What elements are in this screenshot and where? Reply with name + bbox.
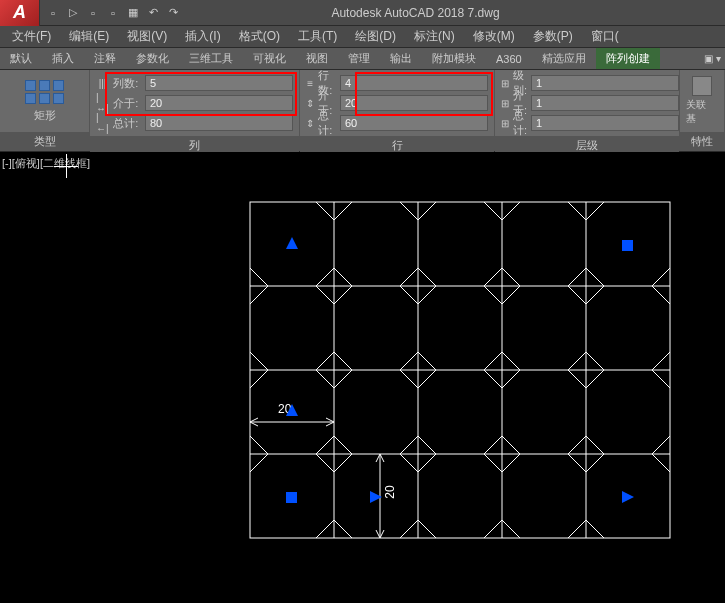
menu-file[interactable]: 文件(F): [4, 26, 59, 47]
levels-count-input[interactable]: [531, 75, 679, 91]
tab-visualize[interactable]: 可视化: [243, 48, 296, 69]
ribbon-tabs: 默认 插入 注释 参数化 三维工具 可视化 视图 管理 输出 附加模块 A360…: [0, 48, 725, 70]
columns-count-icon: |||: [96, 76, 109, 90]
associate-icon[interactable]: [692, 76, 712, 96]
menu-window[interactable]: 窗口(: [583, 26, 627, 47]
columns-between-input[interactable]: [145, 95, 293, 111]
columns-total-label: 总计:: [113, 116, 141, 131]
panel-columns: ||| 列数: |↔| 介于: |←| 总计: 列: [90, 70, 300, 151]
levels-total-label: 总计:: [513, 108, 527, 138]
app-title: Autodesk AutoCAD 2018 7.dwg: [186, 6, 725, 20]
menu-annotate[interactable]: 标注(N): [406, 26, 463, 47]
grip-corner-top-right[interactable]: [622, 240, 633, 251]
tab-a360[interactable]: A360: [486, 50, 532, 68]
drawing-canvas[interactable]: [-][俯视][二维线框]: [0, 152, 725, 602]
rows-total-label: 总计:: [318, 108, 336, 138]
columns-count-input[interactable]: [145, 75, 293, 91]
menu-draw[interactable]: 绘图(D): [347, 26, 404, 47]
panel-rows: ≡ 行数: ⇕ 介于: ⇕ 总计: 行: [300, 70, 495, 151]
menubar: 文件(F) 编辑(E) 视图(V) 插入(I) 格式(O) 工具(T) 绘图(D…: [0, 26, 725, 48]
rows-count-input[interactable]: [340, 75, 488, 91]
type-label: 矩形: [34, 108, 56, 123]
tab-insert[interactable]: 插入: [42, 48, 84, 69]
rows-total-icon: ⇕: [306, 116, 314, 130]
menu-modify[interactable]: 修改(M): [465, 26, 523, 47]
menu-edit[interactable]: 编辑(E): [61, 26, 117, 47]
levels-total-icon: ⊞: [501, 116, 509, 130]
titlebar: A ▫ ▷ ▫ ▫ ▦ ↶ ↷ Autodesk AutoCAD 2018 7.…: [0, 0, 725, 26]
tab-output[interactable]: 输出: [380, 48, 422, 69]
panel-type: 矩形 类型: [0, 70, 90, 151]
array-drawing: 20 20: [240, 192, 690, 566]
menu-params[interactable]: 参数(P): [525, 26, 581, 47]
tab-3dtools[interactable]: 三维工具: [179, 48, 243, 69]
columns-total-icon: |←|: [96, 116, 109, 130]
menu-format[interactable]: 格式(O): [231, 26, 288, 47]
redo-icon[interactable]: ↷: [164, 4, 182, 22]
levels-between-input[interactable]: [531, 95, 679, 111]
dimension-20-v: 20: [383, 485, 397, 498]
tab-parametric[interactable]: 参数化: [126, 48, 179, 69]
panel-type-title: 类型: [0, 132, 89, 151]
undo-icon[interactable]: ↶: [144, 4, 162, 22]
grip-base-square[interactable]: [286, 492, 297, 503]
grip-row-arrow-top[interactable]: [286, 237, 298, 249]
levels-total-input[interactable]: [531, 115, 679, 131]
tab-addins[interactable]: 附加模块: [422, 48, 486, 69]
columns-count-label: 列数:: [113, 76, 141, 91]
tab-view[interactable]: 视图: [296, 48, 338, 69]
rows-total-input[interactable]: [340, 115, 488, 131]
grip-col-arrow[interactable]: [370, 491, 382, 503]
new-icon[interactable]: ▫: [44, 4, 62, 22]
grip-row-arrow-mid[interactable]: [286, 404, 298, 416]
columns-total-input[interactable]: [145, 115, 293, 131]
tab-extras: ▣ ▾: [704, 53, 725, 64]
rows-between-icon: ⇕: [306, 96, 314, 110]
quick-access-toolbar: ▫ ▷ ▫ ▫ ▦ ↶ ↷: [40, 4, 186, 22]
array-type-icon: [25, 80, 36, 91]
tab-annotate[interactable]: 注释: [84, 48, 126, 69]
saveas-icon[interactable]: ▫: [104, 4, 122, 22]
menu-insert[interactable]: 插入(I): [177, 26, 228, 47]
associate-label: 关联 基: [686, 98, 718, 126]
plot-icon[interactable]: ▦: [124, 4, 142, 22]
save-icon[interactable]: ▫: [84, 4, 102, 22]
levels-between-icon: ⊞: [501, 96, 509, 110]
rows-count-icon: ≡: [306, 76, 314, 90]
grip-col-arrow-end[interactable]: [622, 491, 634, 503]
app-logo[interactable]: A: [0, 0, 40, 26]
view-label[interactable]: [-][俯视][二维线框]: [2, 156, 90, 171]
tab-manage[interactable]: 管理: [338, 48, 380, 69]
panel-properties: 关联 基 特性: [680, 70, 725, 151]
panel-properties-title: 特性: [680, 132, 724, 151]
columns-between-icon: |↔|: [96, 96, 109, 110]
levels-count-icon: ⊞: [501, 76, 509, 90]
menu-tools[interactable]: 工具(T): [290, 26, 345, 47]
rows-between-input[interactable]: [340, 95, 488, 111]
columns-between-label: 介于:: [113, 96, 141, 111]
tab-array-create[interactable]: 阵列创建: [596, 48, 660, 69]
tab-default[interactable]: 默认: [0, 48, 42, 69]
tab-arrow-icon[interactable]: ▣ ▾: [704, 53, 721, 64]
cursor-horizontal: [54, 166, 78, 167]
open-icon[interactable]: ▷: [64, 4, 82, 22]
tab-featured[interactable]: 精选应用: [532, 48, 596, 69]
panel-levels: ⊞ 级别: ⊞ 介于: ⊞ 总计: 层级: [495, 70, 680, 151]
menu-view[interactable]: 视图(V): [119, 26, 175, 47]
ribbon: 矩形 类型 ||| 列数: |↔| 介于: |←| 总计: 列: [0, 70, 725, 152]
